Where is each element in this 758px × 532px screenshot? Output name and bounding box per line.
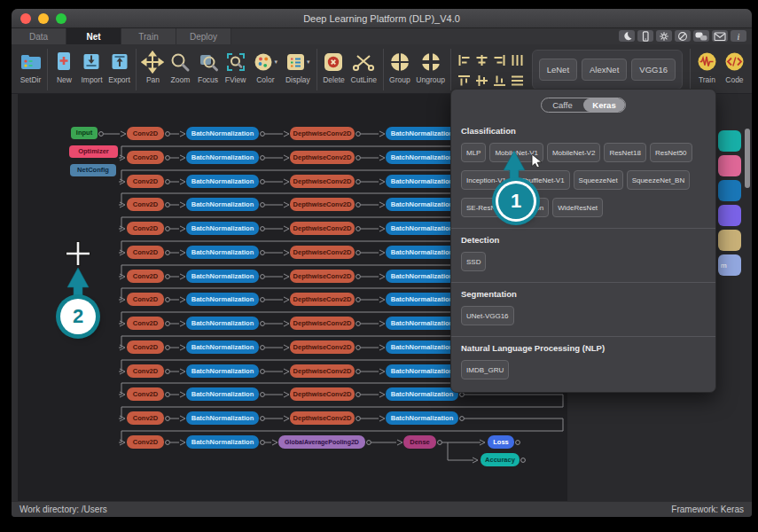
node-batchnormalization[interactable]: BatchNormalization bbox=[186, 246, 259, 259]
minimize-window-button[interactable] bbox=[38, 13, 49, 24]
node-batchnormalization[interactable]: BatchNormalization bbox=[386, 175, 458, 188]
node-conv2d[interactable]: Conv2D bbox=[127, 317, 164, 330]
node-depthwiseconv2d[interactable]: DepthwiseConv2D bbox=[290, 151, 355, 164]
node-batchnormalization[interactable]: BatchNormalization bbox=[186, 175, 259, 188]
model-button-wideresnet[interactable]: WideResNet bbox=[552, 198, 603, 217]
setdir-button[interactable]: SetDir bbox=[17, 48, 44, 84]
align-middle-button[interactable] bbox=[473, 71, 490, 90]
node-batchnormalization[interactable]: BatchNormalization bbox=[186, 364, 259, 378]
node-conv2d[interactable]: Conv2D bbox=[127, 435, 164, 449]
palette-block-2[interactable] bbox=[718, 180, 741, 201]
node-batchnormalization[interactable]: BatchNormalization bbox=[386, 151, 458, 164]
node-input[interactable]: Input bbox=[71, 127, 98, 139]
node-batchnormalization[interactable]: BatchNormalization bbox=[186, 387, 259, 401]
palette-block-0[interactable] bbox=[718, 130, 741, 152]
node-conv2d[interactable]: Conv2D bbox=[127, 270, 164, 283]
align-left-button[interactable] bbox=[456, 51, 473, 70]
node-depthwiseconv2d[interactable]: DepthwiseConv2D bbox=[290, 198, 355, 211]
model-button-mlp[interactable]: MLP bbox=[461, 143, 486, 162]
display-button[interactable]: ▾ Display bbox=[282, 48, 315, 84]
node-depthwiseconv2d[interactable]: DepthwiseConv2D bbox=[290, 411, 355, 425]
delete-button[interactable]: Delete bbox=[320, 48, 348, 84]
node-batchnormalization[interactable]: BatchNormalization bbox=[186, 270, 259, 283]
node-optimizer[interactable]: Optimizer bbox=[69, 145, 118, 158]
model-button-squeezenet_bn[interactable]: SqueezeNet_BN bbox=[627, 170, 691, 190]
node-batchnormalization[interactable]: BatchNormalization bbox=[186, 293, 259, 306]
distribute-horizontal-button[interactable] bbox=[509, 51, 526, 70]
node-depthwiseconv2d[interactable]: DepthwiseConv2D bbox=[290, 270, 355, 283]
node-depthwiseconv2d[interactable]: DepthwiseConv2D bbox=[290, 222, 355, 235]
zoom-button[interactable]: Zoom bbox=[167, 48, 194, 84]
node-dense[interactable]: Dense bbox=[403, 435, 436, 449]
model-button-unet-vgg16[interactable]: UNet-VGG16 bbox=[461, 306, 514, 325]
node-netconfig[interactable]: NetConfig bbox=[70, 164, 116, 176]
node-batchnormalization[interactable]: BatchNormalization bbox=[386, 364, 458, 378]
focus-button[interactable]: Focus bbox=[194, 48, 222, 84]
model-button-resnet50[interactable]: ResNet50 bbox=[650, 143, 692, 162]
node-depthwiseconv2d[interactable]: DepthwiseConv2D bbox=[290, 317, 355, 330]
tab-net[interactable]: Net bbox=[66, 28, 121, 44]
node-loss[interactable]: Loss bbox=[488, 435, 514, 449]
node-accuracy[interactable]: Accuracy bbox=[481, 453, 520, 466]
info-button[interactable]: i bbox=[731, 30, 746, 42]
zoom-window-button[interactable] bbox=[56, 13, 66, 24]
code-button[interactable]: Code bbox=[721, 48, 748, 84]
model-button-mobilenet-v1[interactable]: MobileNet-V1 bbox=[489, 143, 543, 162]
node-depthwiseconv2d[interactable]: DepthwiseConv2D bbox=[290, 246, 355, 259]
palette-scrollbar[interactable] bbox=[745, 129, 750, 188]
framework-option-keras[interactable]: Keras bbox=[583, 98, 625, 112]
train-button[interactable]: Train bbox=[693, 48, 721, 84]
palette-block-3[interactable] bbox=[718, 205, 741, 226]
node-globalaveragepooling2d[interactable]: GlobalAveragePooling2D bbox=[278, 435, 365, 449]
edit-button[interactable] bbox=[675, 30, 691, 42]
settings-button[interactable] bbox=[656, 30, 672, 42]
fview-button[interactable]: FView bbox=[222, 48, 249, 84]
node-batchnormalization[interactable]: BatchNormalization bbox=[186, 198, 259, 211]
node-batchnormalization[interactable]: BatchNormalization bbox=[386, 222, 458, 235]
align-bottom-button[interactable] bbox=[491, 71, 508, 90]
node-batchnormalization[interactable]: BatchNormalization bbox=[186, 222, 259, 235]
vgg16-button[interactable]: VGG16 bbox=[631, 59, 676, 81]
align-center-button[interactable] bbox=[473, 51, 490, 70]
import-button[interactable]: Import bbox=[78, 48, 105, 84]
node-batchnormalization[interactable]: BatchNormalization bbox=[386, 411, 458, 425]
node-batchnormalization[interactable]: BatchNormalization bbox=[186, 151, 259, 164]
model-button-resnet18[interactable]: ResNet18 bbox=[604, 143, 646, 162]
dark-mode-button[interactable] bbox=[619, 30, 635, 42]
model-button-mobilenet-v2[interactable]: MobileNet-V2 bbox=[547, 143, 600, 162]
node-depthwiseconv2d[interactable]: DepthwiseConv2D bbox=[290, 127, 355, 140]
close-window-button[interactable] bbox=[20, 13, 31, 24]
mail-button[interactable] bbox=[712, 30, 728, 42]
node-conv2d[interactable]: Conv2D bbox=[127, 411, 164, 425]
node-batchnormalization[interactable]: BatchNormalization bbox=[386, 270, 458, 283]
tab-train[interactable]: Train bbox=[121, 28, 176, 44]
device-button[interactable] bbox=[637, 30, 653, 42]
export-button[interactable]: Export bbox=[105, 48, 133, 84]
lenet-button[interactable]: LeNet bbox=[539, 59, 577, 81]
node-batchnormalization[interactable]: BatchNormalization bbox=[186, 411, 259, 425]
node-batchnormalization[interactable]: BatchNormalization bbox=[386, 127, 458, 140]
group-button[interactable]: Group bbox=[386, 48, 413, 84]
node-conv2d[interactable]: Conv2D bbox=[127, 340, 164, 354]
model-button-squeezenet[interactable]: SqueezeNet bbox=[574, 170, 623, 190]
ungroup-button[interactable]: Ungroup bbox=[413, 48, 447, 84]
node-depthwiseconv2d[interactable]: DepthwiseConv2D bbox=[290, 387, 355, 401]
palette-block-4[interactable] bbox=[718, 230, 741, 251]
node-batchnormalization[interactable]: BatchNormalization bbox=[186, 127, 259, 140]
node-batchnormalization[interactable]: BatchNormalization bbox=[186, 340, 259, 354]
node-batchnormalization[interactable]: BatchNormalization bbox=[386, 246, 458, 259]
node-batchnormalization[interactable]: BatchNormalization bbox=[386, 317, 458, 330]
framework-option-caffe[interactable]: Caffe bbox=[542, 98, 583, 112]
node-conv2d[interactable]: Conv2D bbox=[127, 293, 164, 306]
distribute-vertical-button[interactable] bbox=[509, 71, 526, 90]
color-button[interactable]: ▾ Color bbox=[249, 48, 282, 84]
node-batchnormalization[interactable]: BatchNormalization bbox=[186, 317, 259, 330]
node-conv2d[interactable]: Conv2D bbox=[127, 222, 164, 235]
palette-block-1[interactable] bbox=[718, 155, 741, 176]
node-conv2d[interactable]: Conv2D bbox=[127, 151, 164, 164]
node-depthwiseconv2d[interactable]: DepthwiseConv2D bbox=[290, 175, 355, 188]
cutline-button[interactable]: CutLine bbox=[348, 48, 380, 84]
model-button-ssd[interactable]: SSD bbox=[461, 252, 486, 271]
tab-data[interactable]: Data bbox=[12, 28, 66, 44]
node-batchnormalization[interactable]: BatchNormalization bbox=[186, 435, 259, 449]
